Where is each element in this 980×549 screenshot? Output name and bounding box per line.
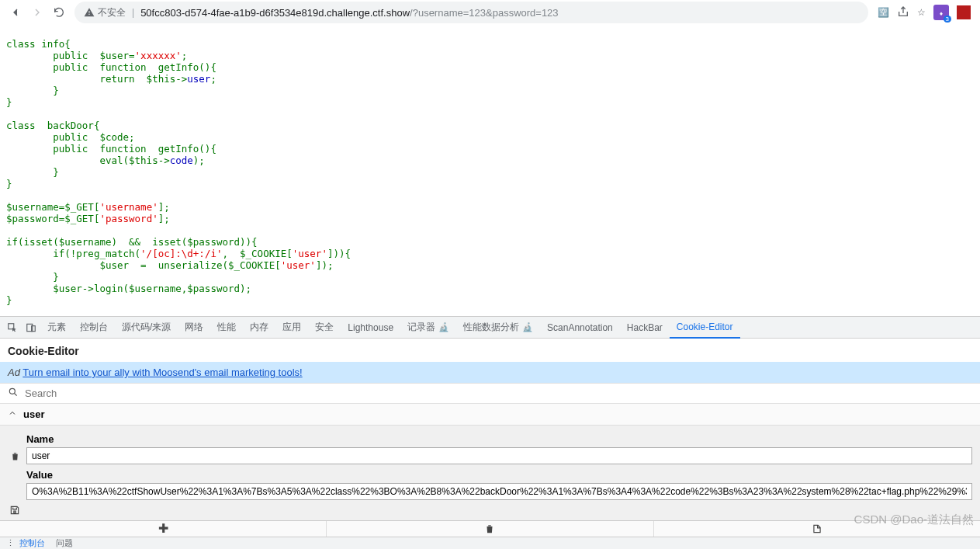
inspect-icon[interactable] <box>3 322 22 333</box>
address-bar[interactable]: 不安全 | 50fcc803-d574-4fae-a1b9-d6f3534e81… <box>74 2 868 23</box>
reload-button[interactable] <box>48 2 70 23</box>
cookie-editor-form: Name Value <box>0 426 980 520</box>
back-button[interactable] <box>5 2 26 23</box>
svg-point-3 <box>9 388 15 394</box>
separator: | <box>132 7 134 18</box>
tab-memory[interactable]: 内存 <box>243 317 275 339</box>
devtools-panel: 元素 控制台 源代码/来源 网络 性能 内存 应用 安全 Lighthouse … <box>0 316 980 549</box>
tab-cookie-editor[interactable]: Cookie-Editor <box>670 317 740 339</box>
search-icon <box>8 387 19 400</box>
cookie-row-user[interactable]: user <box>0 404 980 426</box>
insecure-label: 不安全 <box>98 6 126 19</box>
ad-label: Ad <box>8 367 20 378</box>
tab-elements[interactable]: 元素 <box>40 317 73 339</box>
extension-icon[interactable]: ⬧3 <box>933 5 949 20</box>
tab-sources[interactable]: 源代码/来源 <box>115 317 178 339</box>
drawer-menu-icon[interactable]: ⋮ <box>6 538 15 548</box>
tab-application[interactable]: 应用 <box>275 317 308 339</box>
url-text: 50fcc803-d574-4fae-a1b9-d6f3534e819d.cha… <box>140 7 558 19</box>
save-icon[interactable] <box>8 505 22 516</box>
panel-title: Cookie-Editor <box>0 339 980 362</box>
value-input[interactable] <box>26 483 972 500</box>
tab-performance[interactable]: 性能 <box>210 317 243 339</box>
devtools-drawer: ⋮ 控制台 问题 <box>0 537 980 549</box>
tab-perfinsights[interactable]: 性能数据分析 🔬 <box>456 317 540 339</box>
translate-icon[interactable]: 🈳 <box>878 7 889 18</box>
forward-button[interactable] <box>26 2 48 23</box>
ad-banner: Ad Turn email into your ally with Moosen… <box>0 362 980 383</box>
delete-all-button[interactable] <box>327 521 653 537</box>
devtools-tabs: 元素 控制台 源代码/来源 网络 性能 内存 应用 安全 Lighthouse … <box>0 317 980 339</box>
add-button[interactable]: ✚ <box>0 521 327 537</box>
tab-scanannotation[interactable]: ScanAnnotation <box>540 317 620 339</box>
extension-square-icon[interactable] <box>957 5 971 19</box>
device-icon[interactable] <box>22 322 40 333</box>
value-label: Value <box>26 464 972 483</box>
drawer-tab-console[interactable]: 控制台 <box>19 537 45 549</box>
export-button[interactable] <box>654 521 980 537</box>
delete-icon[interactable] <box>8 451 22 461</box>
ad-link[interactable]: Turn email into your ally with Moosend's… <box>23 367 302 378</box>
cookie-row-label: user <box>23 408 44 420</box>
name-label: Name <box>26 429 972 447</box>
insecure-icon: 不安全 <box>84 6 126 19</box>
search-input[interactable] <box>25 387 972 399</box>
name-input[interactable] <box>26 447 972 464</box>
browser-toolbar: 不安全 | 50fcc803-d574-4fae-a1b9-d6f3534e81… <box>0 0 980 25</box>
page-code-block: class info{ public $user='xxxxxx'; publi… <box>0 25 980 309</box>
drawer-tab-issues[interactable]: 问题 <box>56 537 73 549</box>
tab-hackbar[interactable]: HackBar <box>620 317 670 339</box>
bookmark-icon[interactable]: ☆ <box>917 7 926 18</box>
tab-console[interactable]: 控制台 <box>73 317 115 339</box>
tab-network[interactable]: 网络 <box>178 317 210 339</box>
chevron-up-icon <box>8 408 17 420</box>
bottom-actions: ✚ <box>0 520 980 537</box>
tab-security[interactable]: 安全 <box>308 317 341 339</box>
tab-lighthouse[interactable]: Lighthouse <box>341 317 400 339</box>
toolbar-right: 🈳 ☆ ⬧3 <box>873 5 975 20</box>
share-icon[interactable] <box>897 5 909 20</box>
cookie-search-row <box>0 383 980 404</box>
tab-recorder[interactable]: 记录器 🔬 <box>400 317 456 339</box>
